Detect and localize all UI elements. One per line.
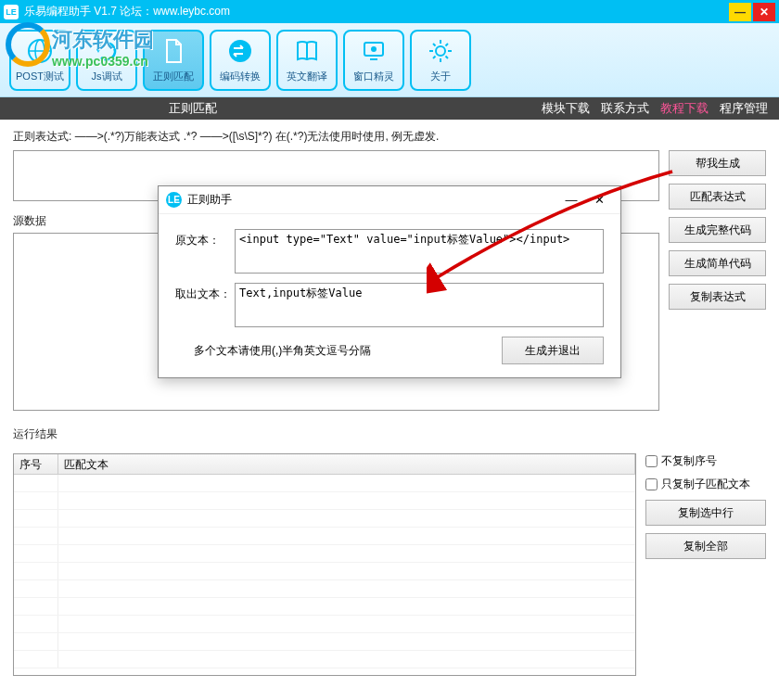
tool-label: 窗口精灵 <box>353 70 394 83</box>
dialog-extract-input[interactable] <box>235 283 604 327</box>
copy-all-button[interactable]: 复制全部 <box>645 533 766 559</box>
table-row[interactable] <box>14 510 635 528</box>
svg-line-14 <box>433 44 436 46</box>
generate-simple-code-button[interactable]: 生成简单代码 <box>669 250 766 276</box>
svg-marker-3 <box>96 49 100 53</box>
copy-expression-button[interactable]: 复制表达式 <box>669 284 766 310</box>
dialog-hint: 多个文本请使用(,)半角英文逗号分隔 <box>175 343 502 359</box>
table-row[interactable] <box>14 580 635 598</box>
main-toolbar: POST测试 Js调试 正则匹配 编码转换 英文翻译 窗口精灵 关于 <box>0 23 779 97</box>
col-matched-header: 匹配文本 <box>58 454 635 474</box>
dialog-titlebar[interactable]: LE 正则助手 — ✕ <box>159 186 620 214</box>
col-index-header: 序号 <box>14 454 58 474</box>
table-row[interactable] <box>14 633 635 651</box>
checkbox-label: 只复制子匹配文本 <box>661 477 750 492</box>
gear-icon <box>426 36 455 66</box>
menu-module-download[interactable]: 模块下载 <box>542 100 590 117</box>
tool-english-translate[interactable]: 英文翻译 <box>276 30 338 91</box>
table-row[interactable] <box>14 616 635 633</box>
tool-about[interactable]: 关于 <box>410 30 471 91</box>
menu-tutorial-download[interactable]: 教程下载 <box>660 100 709 117</box>
menu-program-manage[interactable]: 程序管理 <box>720 100 768 117</box>
regex-hint-text: ——>(.*?)万能表达式 .*? ——>([\s\S]*?) 在(.*?)无法… <box>75 130 440 143</box>
table-row[interactable] <box>14 598 635 616</box>
checkbox-input[interactable] <box>645 455 658 467</box>
table-row[interactable] <box>14 492 635 510</box>
refresh-icon <box>92 36 121 66</box>
tool-label: Js调试 <box>92 70 122 83</box>
svg-line-15 <box>446 57 449 59</box>
tool-label: 编码转换 <box>220 70 261 83</box>
results-table[interactable]: 序号 匹配文本 <box>13 453 636 676</box>
window-title: 乐易编程助手 V1.7 论坛：www.leybc.com <box>24 4 727 19</box>
close-button[interactable]: ✕ <box>753 3 775 21</box>
book-icon <box>292 36 322 66</box>
tool-post-test[interactable]: POST测试 <box>9 30 70 91</box>
tool-window-spy[interactable]: 窗口精灵 <box>343 30 404 91</box>
table-row[interactable] <box>14 563 635 580</box>
checkbox-label: 不复制序号 <box>661 453 717 469</box>
tool-label: 英文翻译 <box>287 70 327 83</box>
tool-encode-convert[interactable]: 编码转换 <box>210 30 271 91</box>
document-icon <box>159 36 188 66</box>
run-result-label: 运行结果 <box>13 426 766 442</box>
checkbox-input[interactable] <box>645 478 658 490</box>
svg-point-9 <box>436 46 445 56</box>
svg-line-16 <box>433 57 436 59</box>
regex-helper-dialog: LE 正则助手 — ✕ 原文本： 取出文本： 多个文本请使用(,)半角英文逗号分… <box>158 185 621 378</box>
tool-label: 正则匹配 <box>153 70 194 83</box>
monitor-icon <box>359 36 389 66</box>
svg-point-4 <box>229 40 251 62</box>
regex-label: 正则表达式: <box>13 130 71 143</box>
dialog-app-icon: LE <box>166 192 182 208</box>
match-expression-button[interactable]: 匹配表达式 <box>669 184 766 210</box>
copy-selected-button[interactable]: 复制选中行 <box>645 500 766 526</box>
table-header: 序号 匹配文本 <box>14 454 635 475</box>
only-copy-sub-checkbox[interactable]: 只复制子匹配文本 <box>645 477 766 492</box>
menubar: 正则匹配 模块下载 联系方式 教程下载 程序管理 <box>0 97 779 120</box>
generate-for-me-button[interactable]: 帮我生成 <box>669 150 766 176</box>
dialog-minimize-button[interactable]: — <box>557 190 585 210</box>
table-row[interactable] <box>14 651 635 668</box>
dialog-source-label: 原文本： <box>175 229 235 248</box>
table-row[interactable] <box>14 528 635 545</box>
dialog-source-input[interactable] <box>235 229 604 274</box>
minimize-button[interactable]: — <box>729 3 751 21</box>
app-icon: LE <box>4 5 19 19</box>
tool-js-debug[interactable]: Js调试 <box>76 30 137 91</box>
main-titlebar: LE 乐易编程助手 V1.7 论坛：www.leybc.com — ✕ <box>0 0 779 23</box>
menubar-section-title: 正则匹配 <box>11 100 530 117</box>
svg-line-17 <box>446 44 449 46</box>
dialog-extract-label: 取出文本： <box>175 283 235 302</box>
dialog-generate-exit-button[interactable]: 生成并退出 <box>502 337 604 364</box>
generate-full-code-button[interactable]: 生成完整代码 <box>669 217 766 243</box>
swap-icon <box>225 36 255 66</box>
no-copy-index-checkbox[interactable]: 不复制序号 <box>645 453 766 469</box>
dialog-body: 原文本： 取出文本： 多个文本请使用(,)半角英文逗号分隔 生成并退出 <box>159 214 620 377</box>
svg-point-8 <box>371 46 377 52</box>
dialog-title: 正则助手 <box>187 192 557 208</box>
table-row[interactable] <box>14 545 635 563</box>
tool-label: 关于 <box>430 70 451 83</box>
menu-contact[interactable]: 联系方式 <box>601 100 649 117</box>
tool-label: POST测试 <box>16 70 64 83</box>
regex-hint-line: 正则表达式: ——>(.*?)万能表达式 .*? ——>([\s\S]*?) 在… <box>13 129 766 145</box>
dialog-close-button[interactable]: ✕ <box>585 190 613 210</box>
globe-icon <box>25 36 55 66</box>
tool-regex-match[interactable]: 正则匹配 <box>143 30 204 91</box>
table-row[interactable] <box>14 475 635 492</box>
